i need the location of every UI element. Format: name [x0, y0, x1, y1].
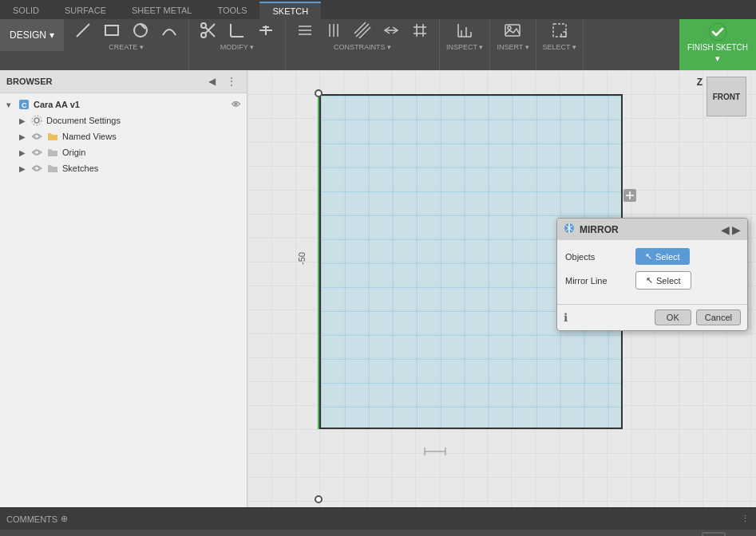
- inspect-group: INSPECT ▾: [440, 19, 490, 70]
- capture-image-button[interactable]: [313, 533, 335, 536]
- status-bar: COMMENTS ⊕ ⋮: [0, 507, 756, 530]
- origin-point-top: [315, 89, 323, 97]
- select-icons: [547, 19, 572, 41]
- mirror-dialog-footer: ℹ OK Cancel: [557, 304, 747, 330]
- insert-image-button[interactable]: [500, 19, 525, 41]
- finish-sketch-button[interactable]: FINISH SKETCH ▾: [679, 19, 756, 70]
- browser-item-doc-settings[interactable]: ▶ Document Settings: [16, 112, 243, 128]
- fit-view-button[interactable]: [398, 533, 420, 536]
- mirror-line-select-button[interactable]: ↖ Select: [635, 271, 691, 290]
- arc-tool-button[interactable]: [156, 19, 182, 41]
- modify-label: MODIFY ▾: [220, 43, 254, 51]
- sketches-arrow: ▶: [19, 164, 27, 173]
- objects-select-button[interactable]: ↖ Select: [635, 248, 690, 265]
- create-icons: [70, 19, 182, 41]
- mirror-prev-button[interactable]: ◀: [721, 223, 730, 236]
- frame-view-button[interactable]: [702, 532, 726, 536]
- mirror-next-button[interactable]: ▶: [732, 223, 741, 236]
- named-views-name: Named Views: [62, 132, 117, 141]
- line-tool-button[interactable]: [70, 19, 96, 41]
- svg-point-33: [32, 116, 42, 125]
- mirror-nav-arrows: ◀ ▶: [721, 223, 741, 236]
- named-views-visibility-icon[interactable]: [30, 130, 43, 143]
- footer-buttons: OK Cancel: [655, 309, 741, 325]
- origin-point-bottom: [315, 495, 323, 503]
- cursor-outline-icon: ↖: [646, 275, 653, 286]
- add-comment-icon[interactable]: ⊕: [61, 514, 68, 524]
- mirror-dialog-header: MIRROR ◀ ▶: [557, 219, 747, 240]
- z-axis-label: Z: [697, 77, 703, 88]
- browser-item-origin[interactable]: ▶ Origin: [16, 144, 243, 160]
- mirror-line-label: Mirror Line: [565, 276, 629, 286]
- browser-item-root[interactable]: ▾ C Cara AA v1 👁: [3, 97, 243, 112]
- named-views-folder-icon: [46, 130, 59, 143]
- dimension-label: -50: [297, 252, 307, 265]
- root-icon: C: [18, 98, 30, 111]
- constraint1-button[interactable]: [292, 19, 318, 41]
- tab-solid[interactable]: SOLID: [0, 2, 52, 19]
- browser-item-named-views[interactable]: ▶ Named Views: [16, 128, 243, 144]
- objects-label: Objects: [565, 252, 629, 262]
- browser-title: BROWSER: [6, 77, 52, 86]
- browser-header: BROWSER ◀ ⋮: [0, 70, 247, 93]
- design-button[interactable]: DESIGN ▾: [0, 19, 64, 51]
- expand-panel-icon[interactable]: ⋮: [741, 514, 750, 524]
- objects-btn-label: Select: [655, 252, 680, 262]
- comments-label: COMMENTS: [6, 514, 57, 524]
- toolbar: DESIGN ▾ CREATE ▾: [0, 19, 756, 70]
- inspect1-button[interactable]: [452, 19, 477, 41]
- mirror-line-btn-label: Select: [656, 276, 681, 286]
- view-cube[interactable]: FRONT: [707, 77, 746, 116]
- constraint2-button[interactable]: [321, 19, 346, 41]
- constraint5-button[interactable]: [407, 19, 433, 41]
- origin-visibility-icon[interactable]: [30, 146, 43, 159]
- browser-collapse-button[interactable]: ◀: [204, 73, 220, 89]
- constraints-label: CONSTRAINTS ▾: [334, 43, 391, 51]
- insert-group: INSERT ▾: [490, 19, 536, 70]
- tab-surface[interactable]: SURFACE: [52, 2, 119, 19]
- view-controls: ▾ ▾ ▾ ▾ ▾: [287, 533, 528, 536]
- tab-sketch[interactable]: SKETCH: [259, 2, 321, 19]
- grid-settings-button[interactable]: [465, 533, 487, 536]
- fillet-tool-button[interactable]: [224, 19, 250, 41]
- constraints-icons: [292, 19, 433, 41]
- chevron-down-icon: ▾: [49, 30, 54, 41]
- finish-sketch-arrow: ▾: [715, 53, 720, 64]
- svg-point-29: [709, 23, 726, 41]
- circle-tool-button[interactable]: [128, 19, 153, 41]
- sketches-folder-icon: [46, 162, 59, 175]
- scissors-tool-button[interactable]: [196, 19, 221, 41]
- grid-snap-button[interactable]: [287, 533, 310, 536]
- offset-tool-button[interactable]: [253, 19, 279, 41]
- tab-tools[interactable]: TOOLS: [204, 2, 259, 19]
- cancel-button[interactable]: Cancel: [696, 309, 741, 325]
- canvas-area[interactable]: -50 Z FRONT: [247, 70, 756, 507]
- modify-group: MODIFY ▾: [189, 19, 286, 70]
- dimension-bottom-icon: [423, 444, 447, 461]
- constraint3-button[interactable]: [350, 19, 375, 41]
- rectangle-tool-button[interactable]: [99, 19, 125, 41]
- select-tool-button[interactable]: [547, 19, 572, 41]
- select-group: SELECT ▾: [536, 19, 584, 70]
- browser-item-sketches[interactable]: ▶ Sketches: [16, 160, 243, 176]
- mirror-title: MIRROR: [580, 224, 619, 235]
- ok-button[interactable]: OK: [655, 309, 691, 325]
- svg-text:C: C: [22, 101, 27, 109]
- constraints-group: CONSTRAINTS ▾: [286, 19, 440, 70]
- pan-tool-button[interactable]: [338, 533, 361, 536]
- tab-sheet-metal[interactable]: SHEET METAL: [119, 2, 204, 19]
- browser-tree: ▾ C Cara AA v1 👁 ▶ Document Settings ▶: [0, 93, 247, 179]
- info-icon[interactable]: ℹ: [564, 311, 568, 324]
- svg-rect-28: [553, 24, 566, 37]
- sketches-name: Sketches: [62, 164, 98, 173]
- zoom-button[interactable]: [364, 533, 386, 536]
- sketches-visibility-icon[interactable]: [30, 162, 43, 175]
- view-mode-controls: [702, 532, 750, 536]
- display-settings-button[interactable]: [431, 533, 453, 536]
- extra-settings-button[interactable]: [498, 533, 520, 536]
- browser-expand-button[interactable]: ⋮: [223, 73, 240, 89]
- origin-folder-icon: [46, 146, 59, 159]
- browser-visibility-icon[interactable]: 👁: [232, 100, 240, 109]
- constraint4-button[interactable]: [378, 19, 404, 41]
- mirror-dialog-body: Objects ↖ Select Mirror Line ↖ Select: [557, 240, 747, 304]
